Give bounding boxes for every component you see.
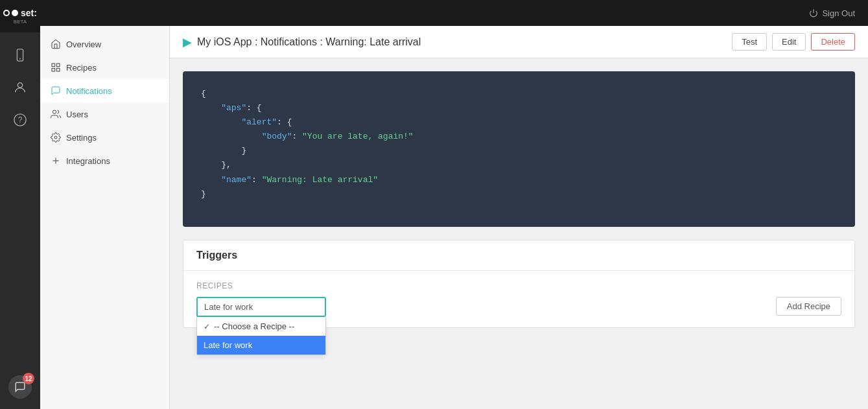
triggers-section: Triggers Recipes -- Choose a Recipe -- L…: [183, 240, 855, 328]
logo-text: set:: [21, 8, 37, 18]
power-icon: [809, 8, 818, 18]
test-button[interactable]: Test: [732, 33, 767, 51]
svg-text:?: ?: [18, 115, 23, 124]
edit-button[interactable]: Edit: [772, 33, 806, 51]
users-icon: [51, 109, 61, 119]
top-bar: Sign Out: [40, 0, 868, 26]
nav-icon-phone[interactable]: [0, 39, 40, 71]
integrations-icon: [51, 156, 61, 166]
breadcrumb-chevron: ▶: [183, 35, 192, 49]
logo-icon: [3, 10, 10, 16]
nav-icon-help[interactable]: ?: [0, 104, 40, 136]
main-content: ▶ My iOS App : Notifications : Warning: …: [170, 26, 868, 409]
add-recipe-button[interactable]: Add Recipe: [776, 297, 841, 316]
beta-label: BETA: [14, 19, 27, 25]
settings-icon: [51, 132, 61, 143]
sign-out-button[interactable]: Sign Out: [809, 8, 855, 18]
recipe-dropdown-container: -- Choose a Recipe -- Late for work ✓ --…: [196, 297, 326, 317]
sidebar-label-integrations: Integrations: [66, 156, 110, 166]
sidebar-item-settings[interactable]: Settings: [40, 126, 169, 149]
dropdown-option-late-work[interactable]: Late for work: [197, 336, 325, 355]
code-line-7: "name": "Warning: Late arrival": [201, 173, 837, 187]
badge-count: 12: [23, 373, 34, 384]
dropdown-option-choose-recipe[interactable]: ✓ -- Choose a Recipe --: [197, 317, 325, 336]
page-header: ▶ My iOS App : Notifications : Warning: …: [170, 26, 868, 58]
svg-rect-7: [56, 64, 60, 67]
svg-rect-8: [56, 68, 60, 71]
code-line-5: }: [201, 144, 837, 158]
notifications-icon: [51, 86, 61, 96]
svg-point-11: [54, 136, 57, 139]
sidebar-label-recipes: Recipes: [66, 63, 97, 73]
sidebar-item-overview[interactable]: Overview: [40, 32, 169, 56]
code-line-3: "alert": {: [201, 115, 837, 130]
code-line-1: {: [201, 87, 837, 101]
sidebar-item-integrations[interactable]: Integrations: [40, 149, 169, 172]
sidebar-item-users[interactable]: Users: [40, 102, 169, 126]
sidebar-label-users: Users: [66, 110, 88, 119]
svg-rect-9: [52, 68, 55, 71]
logo-icon-2: [12, 10, 18, 16]
code-line-8: }: [201, 187, 837, 202]
code-line-4: "body": "You are late, again!": [201, 130, 837, 144]
triggers-row: -- Choose a Recipe -- Late for work ✓ --…: [196, 297, 841, 317]
content-area: { "aps": { "alert": { "body": "You are l…: [170, 58, 868, 409]
recipes-label: Recipes: [196, 281, 841, 290]
svg-rect-6: [52, 64, 55, 67]
delete-button[interactable]: Delete: [811, 33, 855, 51]
header-actions: Test Edit Delete: [732, 33, 855, 51]
code-block: { "aps": { "alert": { "body": "You are l…: [183, 71, 855, 227]
nav-icon-user[interactable]: [0, 71, 40, 104]
dropdown-options-list: ✓ -- Choose a Recipe -- Late for work: [196, 317, 326, 355]
check-icon: ✓: [204, 322, 210, 331]
svg-point-10: [53, 110, 56, 113]
sidebar-item-notifications[interactable]: Notifications: [40, 79, 169, 102]
breadcrumb-area: ▶ My iOS App : Notifications : Warning: …: [183, 35, 421, 49]
svg-point-2: [18, 83, 22, 88]
icon-sidebar: set: BETA ?: [0, 0, 40, 409]
code-line-6: },: [201, 158, 837, 172]
sidebar-label-overview: Overview: [66, 40, 101, 49]
option-label-late: Late for work: [204, 340, 252, 350]
triggers-body: Recipes -- Choose a Recipe -- Late for w…: [183, 271, 854, 327]
option-label-choose: -- Choose a Recipe --: [214, 321, 294, 331]
breadcrumb: My iOS App : Notifications : Warning: La…: [197, 36, 421, 48]
sign-out-label: Sign Out: [822, 8, 855, 18]
sidebar-item-recipes[interactable]: Recipes: [40, 56, 169, 79]
code-line-2: "aps": {: [201, 101, 837, 115]
logo-area: set: BETA: [0, 0, 40, 32]
home-icon: [51, 39, 61, 49]
nav-sidebar: Overview Recipes Notifications: [40, 26, 170, 409]
sidebar-label-notifications: Notifications: [66, 86, 112, 96]
recipe-dropdown[interactable]: -- Choose a Recipe -- Late for work: [196, 297, 326, 317]
triggers-title: Triggers: [183, 240, 854, 271]
sidebar-label-settings: Settings: [66, 133, 97, 143]
recipes-icon: [51, 62, 61, 73]
notification-button[interactable]: 12: [8, 375, 32, 399]
